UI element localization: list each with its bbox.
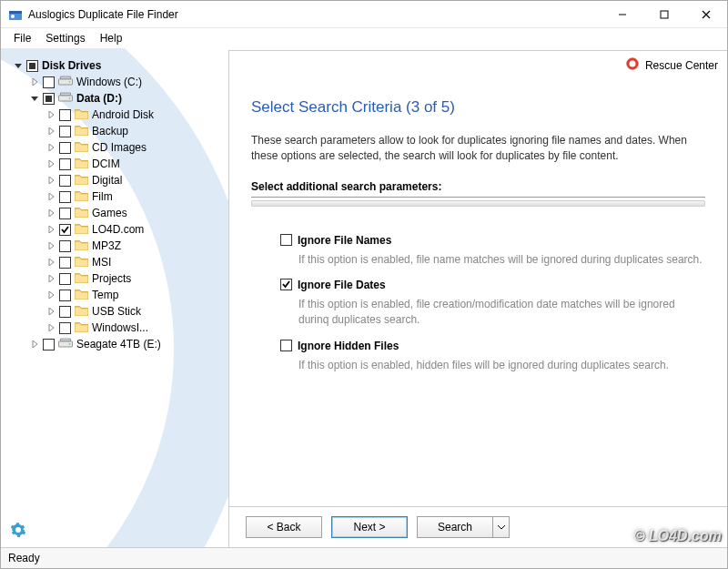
item-icon bbox=[75, 174, 88, 188]
expand-toggle[interactable] bbox=[30, 340, 39, 349]
expand-toggle[interactable] bbox=[46, 143, 56, 152]
item-icon bbox=[75, 207, 88, 220]
back-button[interactable]: < Back bbox=[246, 516, 322, 538]
expand-toggle[interactable] bbox=[46, 323, 56, 332]
rescue-center-link[interactable]: Rescue Center bbox=[625, 56, 718, 74]
item-icon bbox=[75, 223, 88, 237]
tree-checkbox[interactable] bbox=[59, 208, 71, 219]
expand-toggle[interactable] bbox=[30, 94, 39, 103]
rescue-icon bbox=[625, 56, 640, 74]
tree-folder[interactable]: CD Images bbox=[5, 139, 223, 156]
tree-checkbox[interactable] bbox=[59, 322, 71, 334]
tree-root-disk-drives[interactable]: Disk Drives bbox=[5, 57, 223, 74]
menu-settings[interactable]: Settings bbox=[38, 30, 92, 46]
tree-checkbox[interactable] bbox=[59, 191, 71, 203]
tree-label: Data (D:) bbox=[76, 92, 122, 105]
expand-toggle[interactable] bbox=[30, 77, 39, 86]
item-icon bbox=[75, 157, 88, 171]
tree-checkbox[interactable] bbox=[43, 339, 55, 351]
tree-folder[interactable]: Projects bbox=[5, 270, 223, 287]
tree-folder[interactable]: Temp bbox=[5, 287, 223, 303]
main-panel: Rescue Center Select Search Criteria (3 … bbox=[228, 50, 727, 547]
option-label[interactable]: Ignore File Dates bbox=[298, 279, 386, 291]
search-option: Ignore File DatesIf this option is enabl… bbox=[280, 279, 705, 329]
tree-folder[interactable]: MSI bbox=[5, 254, 223, 270]
menu-help[interactable]: Help bbox=[93, 30, 130, 46]
tree-drive[interactable]: Data (D:) bbox=[5, 90, 223, 107]
tree-folder[interactable]: Digital bbox=[5, 172, 223, 188]
item-icon bbox=[75, 321, 88, 335]
tree-folder[interactable]: Film bbox=[5, 188, 223, 205]
search-option: Ignore File NamesIf this option is enabl… bbox=[280, 234, 705, 268]
item-icon bbox=[75, 125, 88, 138]
menu-file[interactable]: File bbox=[6, 30, 38, 46]
tree-folder[interactable]: USB Stick bbox=[5, 303, 223, 320]
expand-toggle[interactable] bbox=[46, 176, 56, 185]
tree-checkbox[interactable] bbox=[43, 93, 55, 105]
option-description: If this option is enabled, file creation… bbox=[298, 297, 705, 329]
tree-folder[interactable]: LO4D.com bbox=[5, 221, 223, 238]
expand-toggle[interactable] bbox=[46, 208, 56, 218]
tree-folder[interactable]: Android Disk bbox=[5, 107, 223, 123]
tree-checkbox[interactable] bbox=[59, 257, 71, 269]
tree-label: Android Disk bbox=[92, 108, 154, 121]
svg-rect-15 bbox=[61, 339, 71, 341]
tree-folder[interactable]: WindowsI... bbox=[5, 320, 223, 336]
tree-checkbox[interactable] bbox=[43, 76, 55, 88]
minimize-button[interactable] bbox=[602, 1, 643, 28]
settings-gear-button[interactable] bbox=[10, 522, 26, 541]
tree-folder[interactable]: MP3Z bbox=[5, 238, 223, 254]
tree-checkbox[interactable] bbox=[59, 109, 71, 121]
maximize-button[interactable] bbox=[643, 1, 685, 28]
tree-checkbox[interactable] bbox=[59, 158, 71, 170]
tree-drive[interactable]: Seagate 4TB (E:) bbox=[5, 336, 223, 352]
tree-checkbox[interactable] bbox=[59, 175, 71, 187]
tree-label: Digital bbox=[92, 174, 122, 187]
item-icon bbox=[75, 141, 88, 155]
option-checkbox[interactable] bbox=[280, 279, 292, 290]
tree-checkbox[interactable] bbox=[59, 290, 71, 301]
close-button[interactable] bbox=[685, 1, 727, 28]
item-icon bbox=[58, 92, 73, 106]
tree-checkbox[interactable] bbox=[59, 126, 71, 137]
folder-tree[interactable]: Disk DrivesWindows (C:)Data (D:)Android … bbox=[1, 48, 228, 547]
search-button[interactable]: Search bbox=[417, 516, 493, 538]
chevron-down-icon bbox=[498, 523, 505, 531]
option-label[interactable]: Ignore File Names bbox=[298, 234, 391, 247]
option-checkbox[interactable] bbox=[280, 234, 292, 246]
tree-folder[interactable]: Games bbox=[5, 205, 223, 221]
search-option: Ignore Hidden FilesIf this option is ena… bbox=[280, 340, 705, 373]
item-icon bbox=[75, 108, 88, 122]
expand-toggle[interactable] bbox=[46, 192, 56, 201]
tree-checkbox[interactable] bbox=[59, 240, 71, 252]
tree-checkbox[interactable] bbox=[26, 60, 38, 72]
expand-toggle[interactable] bbox=[46, 241, 56, 250]
option-label[interactable]: Ignore Hidden Files bbox=[298, 340, 399, 352]
option-description: If this option is enabled, file name mat… bbox=[298, 252, 705, 268]
tree-checkbox[interactable] bbox=[59, 306, 71, 318]
expand-toggle[interactable] bbox=[46, 127, 56, 136]
rescue-center-label: Rescue Center bbox=[645, 59, 718, 72]
item-icon bbox=[75, 239, 88, 253]
expand-toggle[interactable] bbox=[46, 274, 56, 283]
expand-toggle[interactable] bbox=[46, 225, 56, 234]
expand-toggle[interactable] bbox=[46, 307, 56, 316]
svg-point-8 bbox=[69, 81, 71, 83]
status-text: Ready bbox=[8, 552, 40, 564]
expand-toggle[interactable] bbox=[14, 61, 23, 70]
svg-point-14 bbox=[69, 343, 71, 345]
tree-checkbox[interactable] bbox=[59, 224, 71, 236]
tree-folder[interactable]: DCIM bbox=[5, 156, 223, 172]
tree-drive[interactable]: Windows (C:) bbox=[5, 74, 223, 90]
window-title: Auslogics Duplicate File Finder bbox=[28, 8, 178, 21]
tree-folder[interactable]: Backup bbox=[5, 123, 223, 139]
expand-toggle[interactable] bbox=[46, 290, 56, 300]
expand-toggle[interactable] bbox=[46, 159, 56, 168]
tree-checkbox[interactable] bbox=[59, 142, 71, 154]
next-button[interactable]: Next > bbox=[331, 516, 408, 538]
expand-toggle[interactable] bbox=[46, 258, 56, 267]
expand-toggle[interactable] bbox=[46, 110, 56, 119]
tree-checkbox[interactable] bbox=[59, 273, 71, 285]
search-dropdown-button[interactable] bbox=[493, 516, 510, 538]
option-checkbox[interactable] bbox=[280, 340, 292, 351]
